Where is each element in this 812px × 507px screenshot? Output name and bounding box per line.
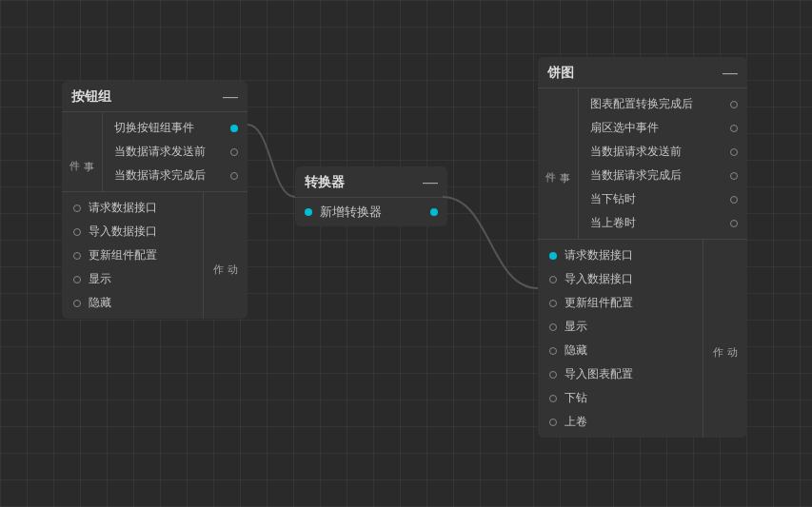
button-group-events: 事件 切换按钮组事件 当数据请求发送前 当数据请求完成后: [62, 112, 248, 192]
pie-action-dot-6: [549, 395, 557, 402]
transformer-title: 转换器: [305, 174, 345, 191]
pie-node: 饼图 — 事件 图表配置转换完成后 扇区选中事件 当数据请求发送前: [538, 57, 747, 438]
pie-action-dot-2: [549, 300, 557, 307]
pie-event-dot-1: [730, 125, 738, 132]
connector-bg-event: [248, 125, 295, 197]
button-group-node: 按钮组 — 事件 切换按钮组事件 当数据请求发送前 当数据请求完成后: [62, 81, 248, 319]
event-text-0: 切换按钮组事件: [114, 120, 194, 136]
transformer-header: 转换器 —: [295, 166, 447, 198]
pie-event-text-5: 当上卷时: [590, 215, 636, 231]
button-group-title: 按钮组: [71, 88, 111, 106]
actions-list: 请求数据接口 导入数据接口 更新组件配置 显示 隐藏: [62, 192, 203, 319]
event-dot-2: [230, 172, 238, 180]
action-text-0: 请求数据接口: [89, 200, 157, 216]
action-text-4: 隐藏: [89, 295, 111, 311]
pie-actions-list: 请求数据接口 导入数据接口 更新组件配置 显示 隐藏: [538, 240, 703, 438]
pie-header: 饼图 —: [538, 57, 747, 88]
button-group-actions: 请求数据接口 导入数据接口 更新组件配置 显示 隐藏: [62, 192, 248, 319]
button-group-header: 按钮组 —: [62, 81, 248, 112]
pie-action-item-6: 下钻: [538, 386, 703, 410]
pie-event-item-2: 当数据请求发送前: [579, 140, 747, 164]
pie-action-text-3: 显示: [564, 319, 587, 335]
pie-event-text-2: 当数据请求发送前: [590, 144, 682, 160]
pie-event-item-4: 当下钻时: [579, 187, 747, 211]
pie-minimize[interactable]: —: [723, 66, 738, 81]
pie-action-item-4: 隐藏: [538, 339, 703, 362]
event-dot-1: [230, 148, 238, 156]
pie-action-dot-4: [549, 347, 557, 355]
pie-event-text-3: 当数据请求完成后: [590, 167, 682, 184]
event-item-2: 当数据请求完成后: [103, 164, 248, 187]
pie-events-label: 事件: [542, 160, 574, 167]
pie-event-dot-3: [730, 172, 738, 180]
pie-event-text-1: 扇区选中事件: [590, 120, 659, 136]
transformer-dot-left: [305, 208, 312, 216]
pie-action-dot-0: [549, 252, 557, 260]
action-item-4: 隐藏: [62, 291, 203, 315]
pie-action-text-2: 更新组件配置: [564, 295, 633, 311]
actions-label: 动作: [209, 252, 242, 260]
transformer-node: 转换器 — 新增转换器: [295, 166, 447, 226]
pie-event-item-0: 图表配置转换完成后: [579, 92, 747, 116]
action-item-1: 导入数据接口: [62, 220, 203, 244]
action-dot-1: [73, 228, 81, 236]
pie-title: 饼图: [547, 65, 574, 82]
pie-action-dot-5: [549, 371, 557, 379]
pie-action-item-1: 导入数据接口: [538, 267, 703, 291]
action-item-2: 更新组件配置: [62, 244, 203, 267]
pie-action-item-5: 导入图表配置: [538, 362, 703, 386]
pie-actions-label: 动作: [709, 335, 742, 342]
pie-event-item-5: 当上卷时: [579, 211, 747, 235]
pie-event-text-4: 当下钻时: [590, 191, 636, 207]
pie-action-text-4: 隐藏: [564, 342, 587, 359]
transformer-minimize[interactable]: —: [423, 175, 438, 190]
pie-event-dot-2: [730, 148, 738, 156]
pie-events-list: 图表配置转换完成后 扇区选中事件 当数据请求发送前 当数据请求完成后 当下钻时: [579, 88, 747, 239]
events-list: 切换按钮组事件 当数据请求发送前 当数据请求完成后: [103, 112, 248, 191]
actions-label-side: 动作: [203, 192, 248, 319]
action-text-2: 更新组件配置: [89, 247, 157, 263]
pie-event-text-0: 图表配置转换完成后: [590, 96, 693, 112]
action-dot-2: [73, 252, 81, 260]
event-text-1: 当数据请求发送前: [114, 144, 206, 160]
pie-action-item-2: 更新组件配置: [538, 291, 703, 315]
pie-events: 事件 图表配置转换完成后 扇区选中事件 当数据请求发送前 当数据请求完成后: [538, 88, 747, 240]
event-item-0: 切换按钮组事件: [103, 116, 248, 140]
pie-event-dot-4: [730, 196, 738, 204]
pie-event-dot-0: [730, 101, 738, 108]
pie-action-text-6: 下钻: [564, 390, 587, 406]
pie-action-item-0: 请求数据接口: [538, 244, 703, 267]
event-item-1: 当数据请求发送前: [103, 140, 248, 164]
action-text-3: 显示: [89, 271, 111, 287]
events-label: 事件: [66, 148, 98, 156]
action-item-0: 请求数据接口: [62, 196, 203, 220]
pie-action-dot-1: [549, 276, 557, 283]
transformer-dot-right: [430, 208, 438, 216]
button-group-minimize[interactable]: —: [223, 89, 238, 105]
pie-action-text-1: 导入数据接口: [564, 271, 633, 287]
action-dot-3: [73, 276, 81, 283]
events-label-container: 事件: [62, 112, 103, 191]
pie-events-label-container: 事件: [538, 88, 579, 239]
pie-action-item-7: 上卷: [538, 410, 703, 434]
action-text-1: 导入数据接口: [89, 224, 157, 240]
pie-event-item-1: 扇区选中事件: [579, 116, 747, 140]
pie-actions-label-side: 动作: [703, 240, 747, 438]
pie-actions: 请求数据接口 导入数据接口 更新组件配置 显示 隐藏: [538, 240, 747, 438]
pie-event-dot-5: [730, 220, 738, 227]
pie-action-dot-3: [549, 323, 557, 331]
action-dot-4: [73, 300, 81, 307]
pie-action-item-3: 显示: [538, 315, 703, 339]
transformer-item-text: 新增转换器: [320, 204, 382, 221]
action-item-3: 显示: [62, 267, 203, 291]
action-dot-0: [73, 205, 81, 212]
transformer-item-0: 新增转换器: [295, 198, 447, 226]
event-text-2: 当数据请求完成后: [114, 167, 206, 184]
pie-action-text-5: 导入图表配置: [564, 366, 633, 382]
transformer-item-left: 新增转换器: [305, 204, 382, 221]
event-dot-0: [230, 125, 238, 132]
pie-action-text-0: 请求数据接口: [564, 247, 633, 263]
connector-transformer-pie: [443, 197, 538, 288]
pie-action-text-7: 上卷: [564, 414, 587, 430]
pie-event-item-3: 当数据请求完成后: [579, 164, 747, 187]
